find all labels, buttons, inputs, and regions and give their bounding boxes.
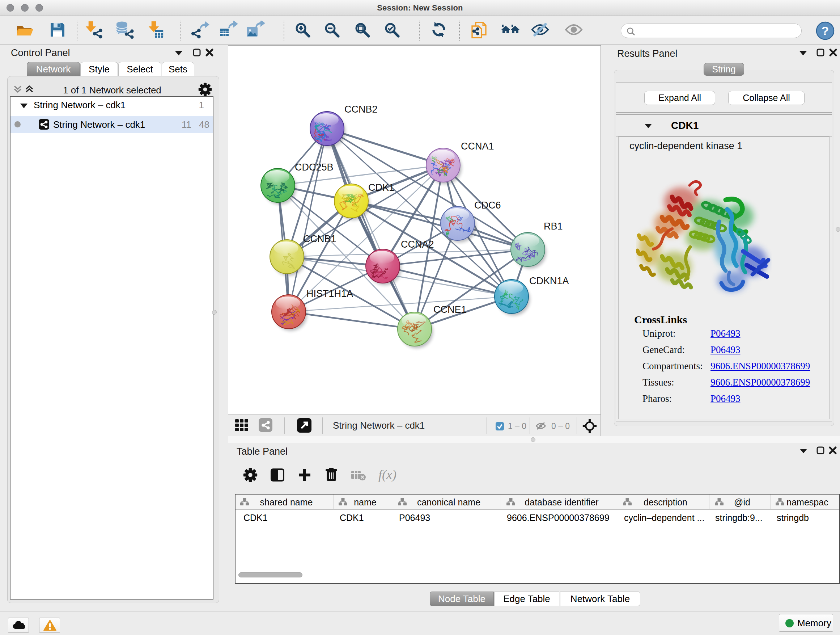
svg-text:CDK1: CDK1 <box>368 182 394 193</box>
svg-text:CDC6: CDC6 <box>474 200 501 211</box>
svg-text:CCNE1: CCNE1 <box>433 304 467 315</box>
svg-text:CDC25B: CDC25B <box>295 162 333 173</box>
svg-text:?: ? <box>821 24 829 38</box>
svg-text:CCNB1: CCNB1 <box>303 233 336 244</box>
svg-text:HIST1H1A: HIST1H1A <box>306 288 353 299</box>
svg-text:CCNB2: CCNB2 <box>344 104 378 115</box>
svg-text:RB1: RB1 <box>544 221 563 232</box>
svg-text:CDKN1A: CDKN1A <box>529 276 569 287</box>
svg-text:CCNA2: CCNA2 <box>401 239 434 250</box>
svg-text:CCNA1: CCNA1 <box>461 141 494 152</box>
